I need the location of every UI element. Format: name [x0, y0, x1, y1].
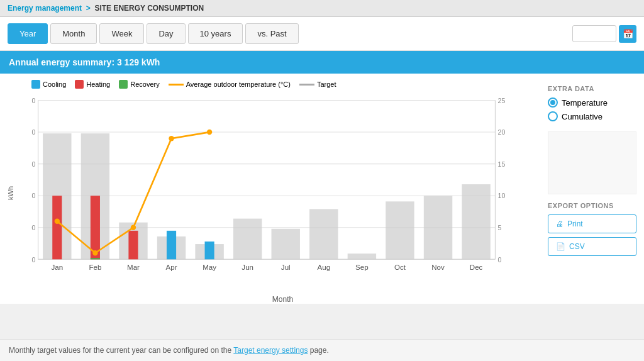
recovery-color-swatch [119, 80, 128, 89]
radio-temperature-label: Temperature [562, 98, 608, 108]
legend-heating: Heating [75, 80, 110, 89]
heating-color-swatch [75, 80, 84, 89]
svg-text:Aug: Aug [318, 264, 331, 271]
svg-text:1500: 1500 [31, 160, 35, 168]
export-options-title: EXPORT OPTIONS [548, 202, 636, 209]
svg-text:1000: 1000 [31, 192, 35, 199]
svg-rect-28 [309, 209, 338, 259]
legend-cooling-label: Cooling [43, 81, 66, 88]
legend-recovery: Recovery [119, 80, 159, 89]
svg-point-40 [92, 250, 97, 255]
sidebar: EXTRA DATA Temperature Cumulative EXPORT… [540, 80, 644, 304]
svg-text:25: 25 [498, 97, 506, 104]
x-axis-label: Month [0, 294, 534, 304]
export-options: 🖨 Print 📄 CSV [548, 214, 636, 256]
svg-rect-29 [348, 253, 376, 259]
summary-text: Annual energy summary: 3 129 kWh [9, 57, 160, 67]
legend-target: Target [299, 81, 336, 88]
svg-text:10: 10 [498, 192, 506, 199]
radio-temperature[interactable]: Temperature [548, 97, 636, 108]
svg-text:2500: 2500 [31, 97, 35, 104]
extra-data-options: Temperature Cumulative [548, 97, 636, 121]
csv-label: CSV [569, 242, 585, 251]
radio-cumulative-label: Cumulative [562, 112, 602, 121]
tab-month[interactable]: Month [50, 23, 97, 44]
breadcrumb-separator: > [86, 4, 91, 13]
year-input-group: 2018 📅 [572, 25, 636, 43]
svg-rect-32 [462, 184, 490, 259]
chart-area: Cooling Heating Recovery Average outdoor… [0, 80, 540, 304]
svg-text:Jan: Jan [51, 264, 63, 271]
svg-rect-38 [91, 258, 100, 259]
svg-rect-37 [205, 242, 214, 259]
tab-bar: Year Month Week Day 10 years vs. Past 20… [0, 17, 644, 51]
svg-text:Sep: Sep [355, 264, 369, 271]
summary-bar: Annual energy summary: 3 129 kWh [0, 51, 644, 74]
footer-bar: Monthly target values for the current ye… [0, 339, 644, 361]
cooling-color-swatch [31, 80, 40, 89]
sidebar-chart-placeholder [548, 131, 636, 194]
svg-point-42 [169, 136, 174, 141]
y-axis-label: kWh [7, 186, 14, 200]
target-line-swatch [299, 84, 314, 86]
svg-rect-30 [386, 201, 414, 259]
svg-rect-27 [272, 229, 300, 260]
svg-text:Dec: Dec [470, 264, 483, 271]
tab-vspast[interactable]: vs. Past [245, 23, 298, 44]
radio-temperature-dot [548, 97, 558, 108]
svg-text:15: 15 [498, 160, 506, 168]
breadcrumb-parent: Energy management [8, 4, 82, 13]
svg-text:20: 20 [498, 128, 506, 136]
svg-text:Nov: Nov [431, 264, 445, 271]
calendar-icon[interactable]: 📅 [619, 25, 636, 43]
legend-recovery-label: Recovery [130, 81, 159, 88]
temperature-line-swatch [169, 84, 184, 86]
svg-point-43 [207, 130, 212, 135]
chart-wrapper: kWh 050010001500200025000510152025JanFeb… [0, 92, 534, 294]
svg-text:Jul: Jul [281, 264, 291, 271]
svg-rect-26 [233, 219, 262, 260]
radio-cumulative-dot [548, 111, 558, 121]
print-button[interactable]: 🖨 Print [548, 214, 636, 233]
tab-week[interactable]: Week [99, 23, 144, 44]
svg-rect-36 [167, 231, 176, 260]
footer-text-after: page. [308, 346, 328, 355]
breadcrumb-current: SITE ENERGY CONSUMPTION [94, 4, 204, 13]
svg-text:2000: 2000 [31, 128, 35, 136]
footer-link[interactable]: Target energy settings [233, 346, 308, 355]
print-label: Print [567, 219, 583, 228]
footer-text-before: Monthly target values for the current ye… [9, 346, 233, 355]
svg-rect-33 [52, 196, 62, 259]
svg-text:Feb: Feb [89, 264, 101, 271]
chart-legend: Cooling Heating Recovery Average outdoor… [0, 80, 534, 92]
print-icon: 🖨 [556, 219, 564, 228]
svg-text:0: 0 [498, 256, 502, 264]
year-input[interactable]: 2018 [572, 25, 616, 42]
chart-svg: 050010001500200025000510152025JanFebMarA… [31, 92, 515, 294]
svg-text:0: 0 [31, 256, 35, 264]
svg-text:Jun: Jun [242, 264, 253, 271]
top-bar: Energy management > SITE ENERGY CONSUMPT… [0, 0, 644, 17]
svg-point-41 [131, 225, 136, 230]
legend-target-label: Target [317, 81, 336, 88]
tab-10years[interactable]: 10 years [188, 23, 243, 44]
svg-text:500: 500 [31, 224, 35, 231]
radio-cumulative[interactable]: Cumulative [548, 111, 636, 121]
svg-rect-31 [424, 196, 452, 259]
tab-day[interactable]: Day [147, 23, 185, 44]
svg-point-39 [55, 218, 60, 223]
legend-temperature: Average outdoor temperature (°C) [169, 81, 291, 88]
svg-text:Oct: Oct [394, 264, 406, 271]
svg-rect-35 [128, 231, 138, 260]
tab-year[interactable]: Year [8, 23, 48, 44]
extra-data-title: EXTRA DATA [548, 85, 636, 92]
csv-icon: 📄 [556, 242, 565, 251]
chart-section: Cooling Heating Recovery Average outdoor… [0, 74, 644, 304]
svg-text:May: May [203, 264, 216, 271]
legend-temperature-label: Average outdoor temperature (°C) [186, 81, 291, 88]
csv-button[interactable]: 📄 CSV [548, 237, 636, 256]
svg-text:Mar: Mar [127, 264, 140, 271]
legend-cooling: Cooling [31, 80, 66, 89]
svg-text:Apr: Apr [166, 264, 177, 271]
svg-text:5: 5 [498, 224, 502, 231]
